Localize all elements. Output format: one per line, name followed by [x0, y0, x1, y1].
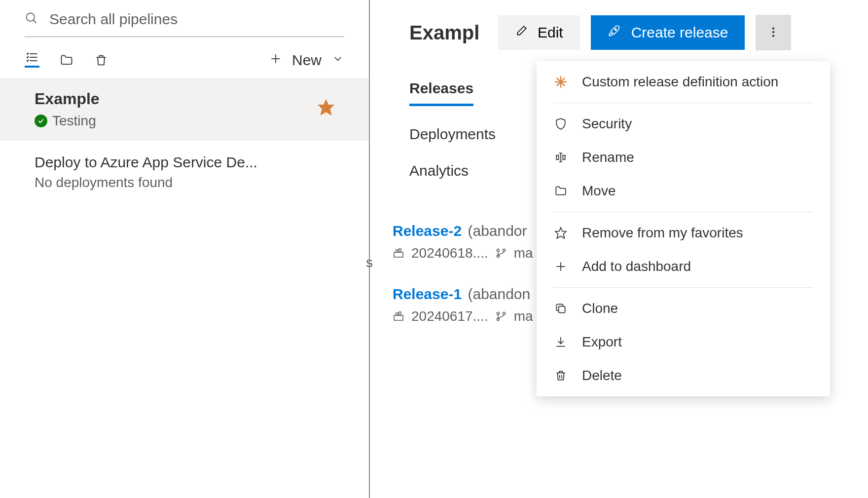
tab-analytics[interactable]: Analytics: [409, 162, 469, 179]
svg-rect-18: [394, 315, 403, 320]
svg-rect-13: [396, 250, 398, 252]
menu-label: Delete: [582, 368, 622, 383]
trash-icon[interactable]: [94, 53, 108, 68]
menu-item-rename[interactable]: Rename: [537, 141, 830, 174]
svg-marker-28: [555, 228, 566, 238]
trash-icon: [553, 368, 568, 383]
svg-rect-14: [399, 249, 401, 252]
tab-deployments[interactable]: Deployments: [409, 126, 496, 143]
export-icon: [553, 335, 568, 349]
rename-icon: [553, 150, 568, 165]
svg-rect-12: [394, 252, 403, 257]
edit-icon: [515, 24, 528, 41]
pipeline-name: Example: [35, 90, 334, 108]
new-label: New: [292, 52, 322, 69]
svg-point-16: [503, 249, 505, 252]
sparkle-icon: [553, 75, 568, 89]
svg-rect-31: [559, 306, 565, 313]
create-release-button[interactable]: Create release: [591, 15, 745, 50]
favorite-star-icon[interactable]: [318, 99, 334, 120]
build-icon: [393, 310, 404, 322]
clipped-text: s: [366, 255, 373, 270]
context-menu: Custom release definition action Securit…: [537, 61, 830, 396]
pipeline-item-example[interactable]: Example Testing: [0, 79, 369, 140]
new-button[interactable]: New: [269, 52, 344, 69]
menu-item-export[interactable]: Export: [537, 325, 830, 359]
edit-button[interactable]: Edit: [498, 15, 580, 50]
release-build: 20240618....: [411, 245, 488, 261]
status-success-icon: [35, 115, 47, 127]
pipeline-sub-item[interactable]: Deploy to Azure App Service De... No dep…: [0, 140, 369, 204]
build-icon: [393, 247, 404, 259]
branch-icon: [495, 310, 507, 322]
menu-item-security[interactable]: Security: [537, 107, 830, 141]
svg-point-11: [772, 35, 774, 37]
release-name[interactable]: Release-2: [393, 223, 462, 239]
menu-label: Clone: [582, 301, 618, 316]
menu-label: Rename: [582, 150, 634, 165]
svg-point-0: [27, 13, 35, 21]
sub-item-subtitle: No deployments found: [35, 175, 334, 191]
release-name[interactable]: Release-1: [393, 286, 462, 302]
svg-point-22: [503, 312, 505, 315]
menu-item-delete[interactable]: Delete: [537, 359, 830, 392]
tab-releases[interactable]: Releases: [409, 80, 473, 106]
folder-icon: [553, 184, 568, 198]
search-icon: [25, 11, 38, 27]
more-vertical-icon: [767, 26, 780, 40]
plus-icon: [553, 259, 568, 274]
search-box[interactable]: [25, 5, 344, 37]
menu-divider: [553, 287, 813, 288]
release-build: 20240617....: [411, 308, 488, 324]
menu-label: Remove from my favorites: [582, 225, 743, 241]
menu-item-custom-action[interactable]: Custom release definition action: [537, 65, 830, 99]
release-branch: ma: [514, 308, 533, 324]
menu-label: Security: [582, 116, 632, 132]
list-view-icon[interactable]: [25, 53, 39, 68]
menu-label: Custom release definition action: [582, 74, 778, 90]
folder-icon[interactable]: [59, 53, 74, 68]
svg-line-1: [34, 20, 36, 23]
rocket-icon: [608, 24, 620, 41]
svg-marker-7: [319, 100, 333, 114]
svg-point-9: [772, 27, 774, 29]
svg-point-10: [772, 31, 774, 33]
page-title: Exampl: [409, 22, 487, 44]
release-status: (abandor: [468, 223, 527, 239]
create-label: Create release: [631, 24, 728, 41]
svg-rect-20: [399, 312, 401, 315]
pipeline-status: Testing: [52, 113, 96, 129]
branch-icon: [495, 247, 507, 259]
edit-label: Edit: [538, 24, 563, 41]
menu-item-clone[interactable]: Clone: [537, 292, 830, 325]
menu-item-add-dashboard[interactable]: Add to dashboard: [537, 250, 830, 283]
release-branch: ma: [514, 245, 533, 261]
more-button[interactable]: [756, 15, 791, 50]
sidebar-toolbar: New: [0, 37, 369, 78]
menu-divider: [553, 103, 813, 103]
menu-item-remove-favorites[interactable]: Remove from my favorites: [537, 216, 830, 250]
svg-point-21: [497, 312, 499, 315]
menu-item-move[interactable]: Move: [537, 174, 830, 208]
sub-item-title: Deploy to Azure App Service De...: [35, 154, 334, 171]
svg-rect-19: [396, 313, 398, 315]
chevron-down-icon: [331, 52, 344, 69]
star-icon: [553, 226, 568, 240]
shield-icon: [553, 116, 568, 131]
plus-icon: [269, 52, 282, 69]
release-status: (abandon: [468, 286, 530, 302]
menu-label: Add to dashboard: [582, 259, 691, 274]
sidebar: New Example Testing Deploy to Azure App …: [0, 0, 370, 498]
menu-divider: [553, 212, 813, 212]
svg-point-15: [497, 249, 499, 252]
clone-icon: [553, 301, 568, 316]
menu-label: Export: [582, 334, 622, 350]
search-input[interactable]: [49, 11, 344, 28]
svg-point-8: [615, 29, 616, 30]
menu-label: Move: [582, 183, 615, 199]
